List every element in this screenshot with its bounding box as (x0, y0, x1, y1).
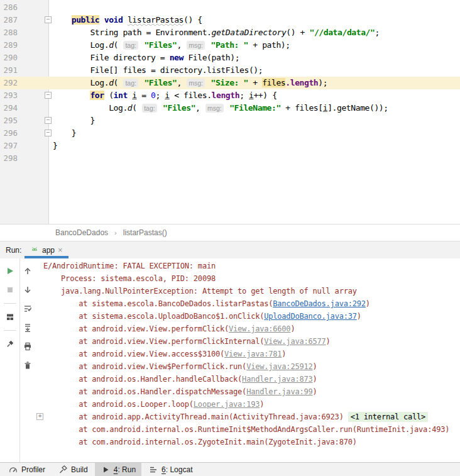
code-token: at android.app.ActivityThread.main(Activ… (43, 412, 348, 421)
code-line[interactable]: 298 (0, 152, 460, 165)
code-line[interactable]: 295− } (0, 114, 460, 127)
breadcrumb: BancoDeDados›listarPastas() (0, 224, 460, 241)
stack-trace-link[interactable]: UploadDoBanco.java:37 (264, 312, 357, 321)
code-token: ( (114, 40, 123, 50)
code-token: at com.android.internal.os.RuntimeInit$M… (43, 425, 449, 434)
code-token: } (72, 128, 76, 138)
close-icon[interactable]: × (58, 246, 63, 254)
code-token: void (104, 15, 123, 25)
console-line: at android.view.View.access$3100(View.ja… (35, 348, 460, 360)
code-line[interactable]: 290 File directory = new File(path); (0, 52, 460, 64)
code-text: Log.d( tag: "Files", msg: "Path: " + pat… (53, 39, 290, 52)
run-panel-label: Run: (0, 241, 25, 258)
breadcrumb-item[interactable]: BancoDeDados (55, 228, 108, 237)
stack-trace-link[interactable]: View.java:25912 (246, 362, 312, 371)
tool-window-button-label: Profiler (21, 465, 45, 474)
code-line[interactable]: 288 String path = Environment.getDataDir… (0, 26, 460, 39)
code-token: ++) { (253, 91, 277, 100)
code-text: public void listarPastas() { (53, 14, 202, 26)
tool-window-button-build[interactable]: Build (52, 463, 94, 476)
console-line: at android.view.View.performClick(View.j… (35, 323, 460, 335)
toolbar-divider (4, 303, 16, 304)
up-the-stack-trace-button[interactable] (23, 266, 33, 276)
fold-marker-icon[interactable]: − (45, 117, 52, 124)
code-line[interactable]: 287− public void listarPastas() { (0, 14, 460, 26)
code-token: < files. (170, 91, 212, 100)
code-token: Log. (90, 78, 109, 87)
code-token: at sistema.escola.BancoDeDados.listarPas… (43, 299, 273, 308)
code-line[interactable]: 293− for (int i = 0; i < files.length; i… (0, 89, 460, 102)
code-line[interactable]: 291 File[] files = directory.listFiles()… (0, 64, 460, 77)
stack-trace-link[interactable]: Handler.java:99 (246, 387, 312, 396)
code-token: + (248, 78, 262, 87)
restore-layout-button[interactable] (5, 312, 15, 322)
code-text: File[] files = directory.listFiles(); (53, 64, 263, 77)
stack-trace-link[interactable]: BancoDeDados.java:292 (273, 299, 366, 308)
scroll-to-end-button[interactable] (23, 323, 33, 333)
code-token: "FileName:" (229, 103, 281, 113)
code-token: String path = Environment. (90, 28, 211, 37)
stack-trace-link[interactable]: View.java:781 (224, 350, 282, 358)
tool-window-button-run[interactable]: 4: Run (95, 463, 141, 476)
android-icon (30, 245, 39, 255)
code-token: File[] files = directory.listFiles(); (90, 65, 263, 75)
console-line: + at android.app.ActivityThread.main(Act… (35, 411, 460, 423)
expand-icon[interactable]: + (36, 413, 43, 420)
code-line[interactable]: 292 Log.d( tag: "Files", msg: "Size: " +… (0, 77, 460, 89)
code-editor[interactable]: 286287− public void listarPastas() {288 … (0, 0, 460, 224)
pin-button[interactable] (5, 339, 15, 349)
code-token: at android.os.Handler.handleCallback( (43, 375, 242, 384)
code-line[interactable]: 294 Log.d( tag: "Files", msg: "FileName:… (0, 102, 460, 114)
run-console[interactable]: E/AndroidRuntime: FATAL EXCEPTION: main … (35, 258, 460, 462)
breadcrumb-item[interactable]: listarPastas() (123, 228, 167, 237)
code-token: i (132, 91, 136, 100)
tab-app[interactable]: app × (25, 241, 68, 258)
code-token: at android.view.View$PerformClick.run( (43, 362, 246, 371)
code-token: at android.view.View.performClickInterna… (43, 337, 264, 346)
code-token: length (212, 91, 240, 100)
console-line: at android.view.View.performClickInterna… (35, 335, 460, 348)
print-button[interactable] (23, 341, 33, 351)
breadcrumb-separator: › (114, 229, 117, 236)
code-line[interactable]: 286 (0, 1, 460, 14)
tool-window-button-profiler[interactable]: Profiler (3, 463, 51, 476)
code-token (99, 15, 104, 25)
profiler-icon (8, 465, 18, 475)
code-token: new (170, 53, 183, 62)
line-number: 291 (0, 64, 18, 77)
fold-marker-icon[interactable]: − (45, 92, 52, 99)
clear-all-button[interactable] (23, 360, 33, 370)
code-line[interactable]: 296− } (0, 127, 460, 140)
line-number: 298 (0, 152, 18, 165)
console-line: at com.android.internal.os.RuntimeInit$M… (35, 423, 460, 436)
code-token: ) (313, 375, 317, 384)
stack-trace-link[interactable]: View.java:6577 (264, 337, 326, 346)
code-token: File(path); (183, 53, 239, 62)
stack-trace-link[interactable]: Handler.java:873 (242, 375, 312, 384)
code-text: String path = Environment.getDataDirecto… (53, 26, 380, 39)
soft-wrap-button[interactable] (23, 304, 33, 314)
tool-window-button-logcat[interactable]: 6: Logcat (143, 463, 198, 476)
code-line[interactable]: 297} (0, 140, 460, 152)
tool-window-button-label: Build (71, 465, 88, 474)
code-token: ) (366, 299, 370, 308)
code-text: } (53, 140, 57, 152)
down-the-stack-trace-button[interactable] (23, 285, 33, 295)
console-line: Process: sistema.escola, PID: 20098 (35, 272, 460, 285)
line-number: 289 (0, 39, 18, 52)
code-token: i (165, 91, 169, 100)
code-token: ; (375, 28, 379, 37)
stop-button[interactable] (5, 285, 15, 295)
console-line: at com.android.internal.os.ZygoteInit.ma… (35, 436, 460, 448)
fold-marker-icon[interactable]: − (45, 16, 52, 23)
stack-trace-link[interactable]: View.java:6600 (229, 324, 290, 333)
tool-window-button-label: 4: Run (114, 465, 136, 474)
rerun-button[interactable] (5, 266, 15, 276)
stack-trace-link[interactable]: Looper.java:193 (194, 400, 260, 409)
code-token: ( (104, 91, 114, 100)
code-token: () + (286, 28, 309, 37)
code-line[interactable]: 289 Log.d( tag: "Files", msg: "Path: " +… (0, 39, 460, 52)
fold-marker-icon[interactable]: − (45, 130, 52, 136)
logcat-icon (148, 465, 158, 475)
run-toolbar (0, 258, 20, 462)
